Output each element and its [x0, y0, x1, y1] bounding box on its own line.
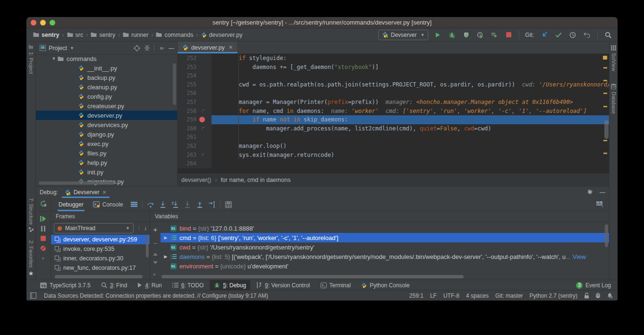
tool-window-button-4: Run[interactable]: 4: Run — [133, 280, 166, 291]
code-line-253[interactable]: 253 daemons += [_get_daemon("storybook")… — [178, 63, 609, 72]
gutter-263[interactable]: 263 — [178, 151, 212, 160]
run-with-coverage-button[interactable] — [461, 30, 471, 40]
nav-crumb-0[interactable]: sentry — [33, 32, 59, 38]
rerun-button[interactable] — [40, 200, 47, 207]
gear-icon[interactable] — [158, 45, 165, 52]
tool-window-button-TypeScript 3.7.5[interactable]: TSTypeScript 3.7.5 — [36, 280, 95, 291]
more-icon[interactable]: » — [153, 272, 156, 277]
tree-row-commands[interactable]: ▼commands — [36, 55, 177, 63]
nav-crumb-1[interactable]: src — [67, 32, 84, 38]
frame-row-1[interactable]: invoke, core.py:535 — [51, 244, 150, 254]
editor-vertical-scrollbar[interactable] — [604, 120, 609, 139]
code-line-260[interactable]: 260 manager.add_process(name, list2cmdli… — [178, 124, 609, 133]
tool-window-button-5: Debug[interactable]: 5: Debug — [210, 280, 250, 291]
tree-row-config.py[interactable]: config.py — [36, 92, 177, 101]
close-icon[interactable]: ✕ — [102, 189, 106, 196]
sidebar-item-database[interactable]: Database — [611, 84, 617, 114]
gutter-261[interactable]: 261 — [178, 133, 212, 142]
frame-row-2[interactable]: inner, decorators.py:30 — [51, 254, 150, 263]
remove-watch-button[interactable]: − — [153, 239, 158, 247]
variables-horizontal-scrollbar[interactable] — [161, 275, 464, 278]
stripe-mark[interactable] — [603, 56, 607, 60]
step-into-button[interactable] — [158, 199, 168, 210]
debug-session-tab[interactable]: Devserver ✕ — [62, 187, 110, 198]
variable-row-daemons[interactable]: ▶123daemons = {list: 5} [('webpack', ['/… — [161, 252, 609, 261]
breadcrumb-function[interactable]: devserver() — [181, 177, 211, 183]
tree-row-__init__.py[interactable]: __init__.py — [36, 63, 177, 73]
restore-layout-icon[interactable] — [595, 199, 605, 210]
resume-button[interactable] — [40, 216, 46, 222]
breakpoint-icon[interactable] — [199, 117, 205, 122]
tree-row-files.py[interactable]: files.py — [36, 148, 177, 158]
fold-marker[interactable] — [202, 127, 205, 130]
run-configuration-select[interactable]: Devserver ▼ — [378, 30, 429, 40]
status-segment-1[interactable]: LF — [430, 292, 437, 299]
code-line-262[interactable]: 262 manager.loop() — [178, 142, 609, 151]
gutter-254[interactable]: 254 — [178, 71, 212, 80]
nav-crumb-3[interactable]: runner — [123, 32, 148, 38]
frame-up-button[interactable]: ↑ — [137, 225, 140, 232]
profiler-button[interactable] — [475, 30, 485, 40]
tree-row-cleanup.py[interactable]: cleanup.py — [36, 82, 177, 92]
tool-window-button-Python Console[interactable]: Python Console — [357, 280, 414, 291]
code-line-258[interactable]: 258 for name, cmd in daemons: name: 'wor… — [178, 107, 609, 116]
code-line-257[interactable]: 257 manager = Manager(Printer(prefix=pre… — [178, 98, 609, 107]
run-with-parameters-button[interactable] — [490, 30, 499, 40]
rollback-button[interactable] — [582, 30, 592, 40]
nav-crumb-5[interactable]: devserver.py — [201, 32, 243, 38]
step-over-button[interactable] — [145, 199, 156, 210]
editor-tab-devserver[interactable]: devserver.py ✕ — [178, 42, 238, 53]
breadcrumb-statement[interactable]: for name, cmd in daemons — [220, 177, 290, 183]
code-line-259[interactable]: 259 if name not in skip_daemons: — [178, 115, 609, 124]
variable-row-environment[interactable]: 01environment = {unicode} u'development' — [161, 261, 609, 271]
sidebar-item-sciview[interactable]: SciView — [611, 45, 617, 71]
stripe-mark[interactable] — [603, 80, 607, 81]
project-view-title[interactable]: Project — [49, 45, 67, 52]
gutter-256[interactable]: 256 — [178, 89, 212, 98]
tool-window-button-Terminal[interactable]: Terminal — [316, 280, 355, 291]
tree-row-backup.py[interactable]: backup.py — [36, 73, 177, 82]
notifications-icon[interactable] — [607, 292, 613, 299]
gutter-262[interactable]: 262 — [178, 142, 212, 151]
tree-row-exec.py[interactable]: exec.py — [36, 139, 177, 148]
stripe-mark[interactable] — [603, 153, 607, 154]
gutter-258[interactable]: 258 — [178, 107, 212, 116]
frame-row-0[interactable]: devserver, devserver.py:259 — [51, 235, 150, 244]
variable-row-cwd[interactable]: 01cwd = {str} '/Users/ryanskonnord/getse… — [161, 242, 609, 252]
status-segment-0[interactable]: 259:1 — [409, 292, 424, 299]
gutter-252[interactable]: 252 — [178, 54, 212, 63]
stop-debug-button[interactable] — [41, 236, 46, 241]
project-vertical-scrollbar[interactable] — [173, 63, 176, 105]
tool-window-button-9: Version Control[interactable]: 9: Version Control — [252, 280, 314, 291]
tree-row-django.py[interactable]: django.py — [36, 129, 177, 139]
evaluate-expression-button[interactable] — [223, 199, 234, 210]
force-step-into-button[interactable] — [182, 199, 193, 210]
git-update-button[interactable] — [540, 30, 549, 40]
nav-crumb-2[interactable]: sentry — [91, 32, 115, 38]
debug-button[interactable] — [447, 30, 457, 40]
gutter-257[interactable]: 257 — [178, 98, 212, 107]
code-line-252[interactable]: 252 if styleguide: — [178, 54, 609, 63]
highlighting-level-icon[interactable] — [595, 292, 601, 299]
step-into-my-code-button[interactable] — [170, 199, 180, 210]
gear-icon[interactable] — [586, 189, 593, 196]
tab-console[interactable]: Console — [89, 198, 127, 211]
thread-select[interactable]: MainThread ▼ — [54, 223, 134, 233]
code-line-264[interactable]: 264 — [178, 159, 609, 168]
search-everywhere-icon[interactable] — [603, 30, 613, 40]
run-to-cursor-button[interactable] — [207, 199, 217, 210]
gutter-253[interactable]: 253 — [178, 63, 212, 72]
variables-vertical-scrollbar[interactable] — [605, 224, 608, 247]
project-horizontal-scrollbar[interactable] — [39, 181, 114, 185]
tab-debugger[interactable]: Debugger — [55, 198, 87, 211]
code-line-255[interactable]: 255 cwd = os.path.realpath(os.path.join(… — [178, 80, 609, 89]
stop-button[interactable] — [504, 30, 513, 40]
sidebar-item-project[interactable]: 1: Project — [28, 44, 34, 74]
tree-row-createuser.py[interactable]: createuser.py — [36, 101, 177, 111]
stripe-mark[interactable] — [603, 106, 607, 107]
history-button[interactable] — [568, 30, 577, 40]
gutter-264[interactable]: 264 — [178, 159, 212, 168]
collapse-all-button[interactable] — [144, 45, 150, 51]
status-message[interactable]: Data Sources Detected: Connection proper… — [44, 292, 268, 299]
code-area[interactable]: 252 if styleguide:253 daemons += [_get_d… — [178, 54, 609, 168]
